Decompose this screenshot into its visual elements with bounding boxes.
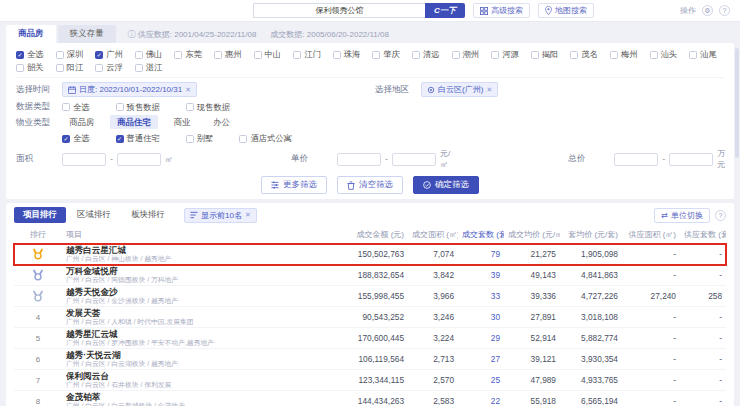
table-row[interactable]: 6 越秀·天悦云湖 广州 / 白云区 / 白云湖板块 / 越秀地产 106,11… (14, 349, 726, 370)
checkbox-item[interactable]: 河源 (491, 49, 519, 60)
table-row[interactable]: 3 越秀天悦金沙 广州 / 白云区 / 金沙洲板块 / 越秀地产 155,998… (14, 286, 726, 307)
ranking-tab[interactable]: 板块排行 (122, 207, 174, 223)
checkbox[interactable] (293, 51, 301, 59)
confirm-filters-button[interactable]: 确定筛选 (413, 176, 479, 194)
vertical-scrollbar[interactable] (735, 48, 739, 406)
checkbox-item[interactable]: 现售数据 (186, 102, 230, 113)
property-type-tab[interactable]: 办公 (206, 115, 237, 129)
checkbox[interactable] (56, 64, 64, 72)
deal-units-link[interactable]: 27 (458, 349, 504, 370)
table-row[interactable]: 2 万科金域悦府 广州 / 白云区 / 同德围板块 / 万科地产 188,832… (14, 265, 726, 286)
project-name-link[interactable]: 越秀天悦金沙 (66, 287, 330, 297)
checkbox[interactable] (186, 103, 194, 111)
checkbox-item[interactable]: 预售数据 (116, 102, 160, 113)
checkbox-item[interactable]: 全选 (16, 49, 44, 60)
project-name-link[interactable]: 越秀·天悦云湖 (66, 350, 330, 360)
remove-time-filter-icon[interactable]: ✕ (185, 86, 191, 94)
column-header[interactable]: 项目▼ (62, 226, 334, 244)
checkbox-item[interactable]: 茂名 (570, 49, 598, 60)
deal-units-link[interactable]: 33 (458, 286, 504, 307)
checkbox-item[interactable]: 阳江 (56, 62, 84, 73)
checkbox-item[interactable]: 汕尾 (689, 49, 717, 60)
remove-top10-icon[interactable]: ✕ (245, 211, 251, 219)
time-range-tag[interactable]: 日度: 2022/10/01-2022/10/31 ✕ (62, 82, 197, 97)
checkbox[interactable] (491, 51, 499, 59)
column-header[interactable]: 成交金额 (元)▼ (334, 226, 408, 244)
checkbox-item[interactable]: 普通住宅 (116, 133, 160, 144)
column-header[interactable]: 套均价 (元/套)▼ (560, 226, 622, 244)
mode-tab[interactable]: 商品房 (6, 25, 56, 43)
checkbox[interactable] (254, 51, 262, 59)
column-header[interactable]: 供应套数 (套)▼ (680, 226, 726, 244)
remove-region-filter-icon[interactable]: ✕ (486, 86, 492, 94)
checkbox[interactable] (62, 135, 70, 143)
top10-tag[interactable]: 显示前10名 ✕ (184, 208, 257, 223)
table-row[interactable]: 4 发展天荟 广州 / 白云区 / 人和镇 / 时代中国,发展集团 90,543… (14, 307, 726, 328)
ranking-tab[interactable]: 项目排行 (14, 207, 66, 223)
checkbox[interactable] (116, 103, 124, 111)
column-header[interactable]: 成交面积 (㎡)▼ (408, 226, 458, 244)
checkbox-item[interactable]: 汕头 (650, 49, 678, 60)
checkbox-item[interactable]: 韶关 (16, 62, 44, 73)
project-name-link[interactable]: 发展天荟 (66, 308, 330, 318)
checkbox-item[interactable]: 别墅 (186, 133, 214, 144)
checkbox-item[interactable]: 揭阳 (531, 49, 559, 60)
checkbox[interactable] (186, 135, 194, 143)
gear-icon[interactable]: ⚙ (702, 5, 713, 16)
checkbox-item[interactable]: 潮州 (452, 49, 480, 60)
checkbox-item[interactable]: 广州 (95, 49, 123, 60)
scrollbar-thumb[interactable] (735, 48, 739, 158)
checkbox-item[interactable]: 全选 (62, 133, 90, 144)
checkbox[interactable] (372, 51, 380, 59)
column-header[interactable]: 成交均价 (元/㎡)▼ (504, 226, 560, 244)
deal-units-link[interactable]: 22 (458, 391, 504, 406)
checkbox[interactable] (135, 64, 143, 72)
total-price-min-input[interactable] (614, 153, 658, 166)
area-min-input[interactable] (62, 153, 106, 166)
search-button[interactable]: C一下 (425, 3, 465, 18)
checkbox[interactable] (689, 51, 697, 59)
deal-units-link[interactable]: 79 (458, 244, 504, 265)
checkbox[interactable] (570, 51, 578, 59)
deal-units-link[interactable]: 39 (458, 265, 504, 286)
map-search-button[interactable]: 地图搜索 (538, 3, 594, 18)
checkbox[interactable] (214, 51, 222, 59)
project-name-link[interactable]: 越秀星汇云城 (66, 329, 330, 339)
checkbox[interactable] (116, 135, 124, 143)
checkbox[interactable] (174, 51, 182, 59)
unit-price-max-input[interactable] (392, 153, 436, 166)
checkbox[interactable] (62, 103, 70, 111)
search-input[interactable] (253, 3, 425, 18)
checkbox[interactable] (650, 51, 658, 59)
checkbox[interactable] (95, 64, 103, 72)
checkbox-item[interactable]: 清远 (412, 49, 440, 60)
project-name-link[interactable]: 越秀白云星汇城 (66, 245, 330, 255)
help-circle-icon[interactable]: ? (715, 210, 726, 221)
property-type-tab[interactable]: 商品住宅 (110, 115, 158, 129)
checkbox-item[interactable]: 中山 (254, 49, 282, 60)
clear-filters-button[interactable]: 清空筛选 (337, 176, 403, 194)
table-row[interactable]: 7 保利阅云台 广州 / 白云区 / 石井板块 / 保利发展 123,344,1… (14, 370, 726, 391)
table-row[interactable]: 5 越秀星汇云城 广州 / 白云区 / 罗冲围板块 / 平安不动产,越秀地产 1… (14, 328, 726, 349)
property-type-tab[interactable]: 商业 (167, 115, 198, 129)
checkbox-item[interactable]: 深圳 (56, 49, 84, 60)
checkbox-item[interactable]: 梅州 (610, 49, 638, 60)
help-icon[interactable]: ? (719, 5, 730, 16)
more-filters-button[interactable]: 更多筛选 (261, 176, 327, 194)
checkbox-item[interactable]: 酒店式公寓 (239, 133, 291, 144)
checkbox[interactable] (239, 135, 247, 143)
area-max-input[interactable] (117, 153, 161, 166)
property-type-tab[interactable]: 商品房 (62, 115, 102, 129)
table-row[interactable]: 8 金茂铂萃 广州 / 白云区 / 白云新城板块 / 金茂地产 144,434,… (14, 391, 726, 406)
checkbox-item[interactable]: 湛江 (135, 62, 163, 73)
checkbox-item[interactable]: 江门 (293, 49, 321, 60)
checkbox[interactable] (452, 51, 460, 59)
deal-units-link[interactable]: 29 (458, 328, 504, 349)
project-name-link[interactable]: 万科金域悦府 (66, 266, 330, 276)
checkbox[interactable] (16, 51, 24, 59)
checkbox-item[interactable]: 肇庆 (372, 49, 400, 60)
mode-tab[interactable]: 狭义存量 (58, 25, 116, 43)
deal-units-link[interactable]: 25 (458, 370, 504, 391)
checkbox[interactable] (16, 64, 24, 72)
unit-switch-button[interactable]: ⇄ 单位切换 (654, 208, 710, 223)
